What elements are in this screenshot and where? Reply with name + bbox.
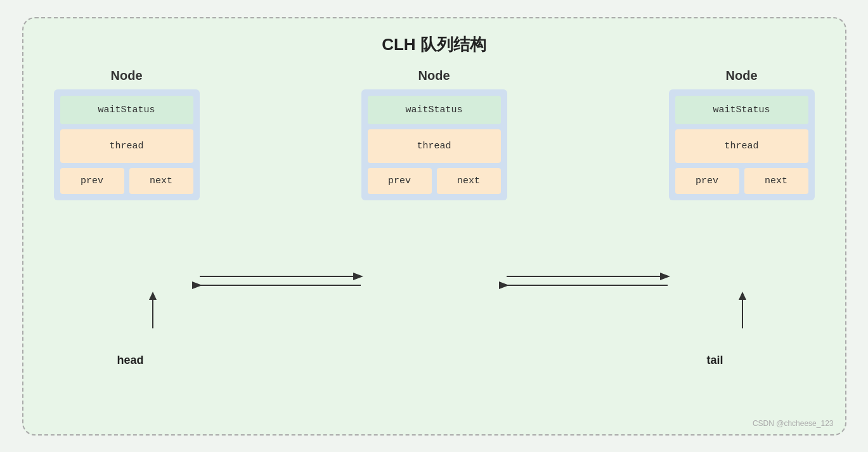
watermark: CSDN @chcheese_123 xyxy=(753,419,834,428)
node-3-wrapper: Node waitStatus thread prev next xyxy=(669,68,815,200)
node-2-waitstatus: waitStatus xyxy=(368,96,501,124)
node-2-prev: prev xyxy=(368,168,432,194)
node-2-wrapper: Node waitStatus thread prev next xyxy=(361,68,507,200)
node-1-wrapper: Node waitStatus thread prev next xyxy=(54,68,200,200)
node-1-box: waitStatus thread prev next xyxy=(54,89,200,200)
nodes-flex: Node waitStatus thread prev next Node wa… xyxy=(54,68,815,200)
tail-pointer: tail xyxy=(707,316,723,367)
node-3-field-row: prev next xyxy=(675,168,808,194)
node-1-prev: prev xyxy=(60,168,124,194)
svg-marker-8 xyxy=(739,292,746,300)
node-3-box: waitStatus thread prev next xyxy=(669,89,815,200)
node-2-thread: thread xyxy=(368,129,501,163)
head-pointer: head xyxy=(117,316,144,367)
node-2-field-row: prev next xyxy=(368,168,501,194)
node-3-prev: prev xyxy=(675,168,739,194)
node-1-next: next xyxy=(129,168,193,194)
node-3-thread: thread xyxy=(675,129,808,163)
tail-label: tail xyxy=(707,354,723,367)
node-1-label: Node xyxy=(111,68,143,83)
diagram-container: CLH 队列结构 Node waitStatus thread prev nex… xyxy=(22,17,846,436)
diagram-title: CLH 队列结构 xyxy=(382,34,486,56)
svg-marker-6 xyxy=(149,292,157,300)
node-3-next: next xyxy=(744,168,808,194)
node-1-waitstatus: waitStatus xyxy=(60,96,193,124)
node-2-next: next xyxy=(437,168,501,194)
node-1-thread: thread xyxy=(60,129,193,163)
node-3-waitstatus: waitStatus xyxy=(675,96,808,124)
node-2-box: waitStatus thread prev next xyxy=(361,89,507,200)
head-label: head xyxy=(117,354,144,367)
nodes-area: Node waitStatus thread prev next Node wa… xyxy=(54,68,815,200)
node-2-label: Node xyxy=(418,68,450,83)
node-1-field-row: prev next xyxy=(60,168,193,194)
node-3-label: Node xyxy=(726,68,758,83)
